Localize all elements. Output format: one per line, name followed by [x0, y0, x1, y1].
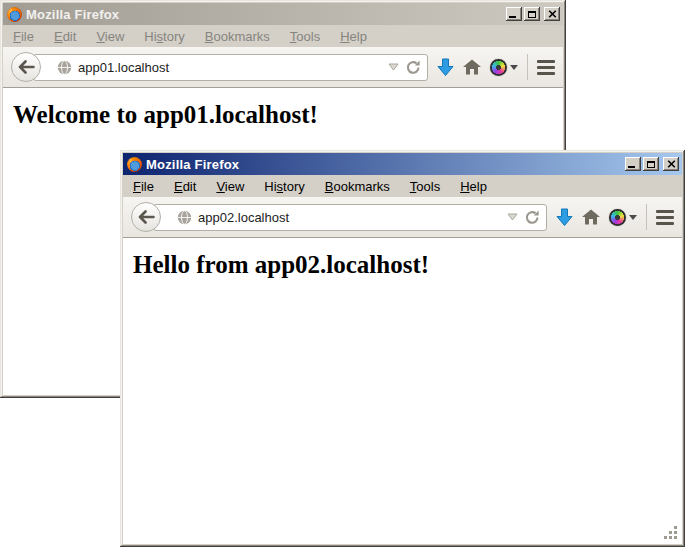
menu-item-history[interactable]: History	[136, 27, 192, 46]
menu-bar: FileEditViewHistoryBookmarksToolsHelp	[123, 175, 682, 197]
reload-icon[interactable]	[406, 60, 421, 75]
minimize-button[interactable]	[506, 7, 522, 21]
home-icon	[463, 59, 481, 75]
back-arrow-icon	[138, 210, 155, 224]
home-icon	[582, 209, 600, 225]
back-button[interactable]	[131, 202, 161, 232]
menu-item-bookmarks[interactable]: Bookmarks	[317, 177, 398, 196]
resize-grip[interactable]	[663, 525, 678, 540]
minimize-icon	[628, 166, 635, 168]
menu-button[interactable]	[656, 210, 674, 225]
menu-item-view[interactable]: View	[208, 177, 252, 196]
dropdown-caret-icon	[510, 65, 518, 70]
menu-item-tools[interactable]: Tools	[402, 177, 448, 196]
page-heading: Welcome to app01.localhost!	[13, 101, 563, 129]
color-wheel-icon	[490, 59, 507, 76]
menu-item-help[interactable]: Help	[452, 177, 495, 196]
color-wheel-button[interactable]	[609, 209, 637, 226]
close-icon	[548, 10, 557, 18]
firefox-logo-icon	[127, 157, 142, 172]
menu-item-file[interactable]: File	[5, 27, 42, 46]
url-dropdown-icon[interactable]	[507, 213, 518, 221]
download-button[interactable]	[556, 208, 573, 227]
menu-item-view[interactable]: View	[88, 27, 132, 46]
dropdown-caret-icon	[629, 215, 637, 220]
page-heading: Hello from app02.localhost!	[133, 251, 682, 279]
maximize-button[interactable]	[643, 157, 659, 171]
back-button[interactable]	[11, 52, 41, 82]
window-title: Mozilla Firefox	[146, 157, 621, 172]
window-title: Mozilla Firefox	[26, 7, 502, 22]
close-button[interactable]	[544, 7, 560, 21]
download-button[interactable]	[437, 58, 454, 77]
navigation-toolbar: app01.localhost	[3, 47, 563, 88]
menu-bar: FileEditViewHistoryBookmarksToolsHelp	[3, 25, 563, 47]
color-wheel-icon	[609, 209, 626, 226]
menu-button[interactable]	[537, 60, 555, 75]
reload-icon[interactable]	[525, 210, 540, 225]
home-button[interactable]	[463, 59, 481, 75]
menu-item-edit[interactable]: Edit	[46, 27, 84, 46]
navigation-toolbar: app02.localhost	[123, 197, 682, 238]
home-button[interactable]	[582, 209, 600, 225]
globe-icon[interactable]	[177, 210, 192, 225]
maximize-button[interactable]	[524, 7, 540, 21]
firefox-window-app02: Mozilla Firefox FileEditViewHistoryBookm…	[120, 150, 685, 547]
url-text: app02.localhost	[198, 210, 501, 225]
hamburger-icon	[537, 60, 555, 63]
close-icon	[667, 160, 676, 168]
menu-item-help[interactable]: Help	[332, 27, 375, 46]
maximize-icon	[647, 161, 655, 168]
menu-item-file[interactable]: File	[125, 177, 162, 196]
url-text: app01.localhost	[78, 60, 382, 75]
menu-item-tools[interactable]: Tools	[282, 27, 328, 46]
url-bar[interactable]: app02.localhost	[153, 204, 547, 231]
menu-item-bookmarks[interactable]: Bookmarks	[197, 27, 278, 46]
menu-item-history[interactable]: History	[256, 177, 312, 196]
maximize-icon	[528, 11, 536, 18]
hamburger-icon	[656, 210, 674, 213]
minimize-button[interactable]	[625, 157, 641, 171]
toolbar-separator	[527, 54, 528, 80]
download-arrow-icon	[556, 208, 573, 227]
minimize-icon	[509, 16, 516, 18]
download-arrow-icon	[437, 58, 454, 77]
globe-icon[interactable]	[57, 60, 72, 75]
url-dropdown-icon[interactable]	[388, 63, 399, 71]
titlebar[interactable]: Mozilla Firefox	[3, 3, 563, 25]
close-button[interactable]	[663, 157, 679, 171]
page-content: Hello from app02.localhost!	[123, 238, 682, 544]
color-wheel-button[interactable]	[490, 59, 518, 76]
back-arrow-icon	[18, 60, 35, 74]
firefox-logo-icon	[7, 7, 22, 22]
titlebar[interactable]: Mozilla Firefox	[123, 153, 682, 175]
menu-item-edit[interactable]: Edit	[166, 177, 204, 196]
url-bar[interactable]: app01.localhost	[33, 54, 428, 81]
toolbar-separator	[646, 204, 647, 230]
